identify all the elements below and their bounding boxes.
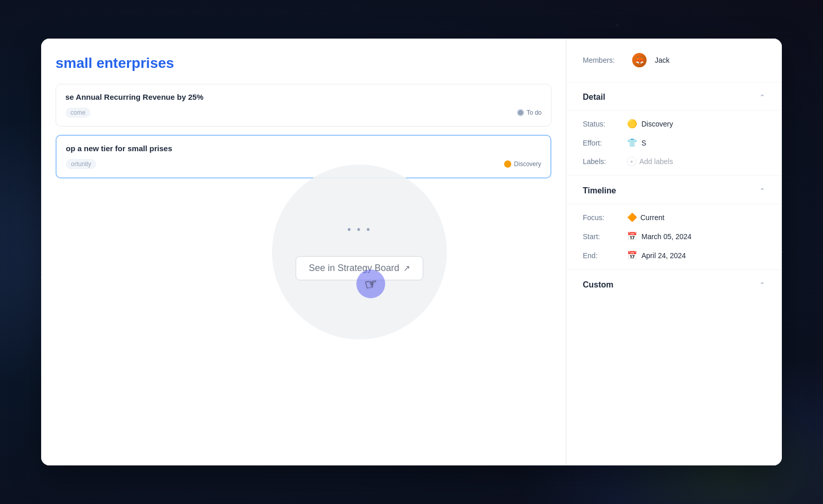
start-label: Start:: [583, 232, 619, 241]
focus-text: Current: [640, 213, 665, 222]
card-1[interactable]: se Annual Recurring Revenue by 25% come …: [56, 84, 551, 127]
end-label: End:: [583, 251, 619, 260]
card-2-footer: ortunity Discovery: [66, 159, 541, 169]
status-icon: 🟡: [627, 119, 637, 129]
circle-overlay: • • • See in Strategy Board ↗ ☞: [272, 165, 447, 339]
arrow-icon: ↗: [403, 263, 410, 273]
card-1-status-label: To do: [527, 109, 542, 116]
members-label: Members:: [583, 56, 624, 64]
status-label: Status:: [583, 120, 619, 128]
card-2[interactable]: op a new tier for small prises ortunity …: [56, 135, 551, 178]
start-value[interactable]: 📅 March 05, 2024: [627, 231, 691, 241]
focus-value[interactable]: 🔶 Current: [627, 212, 665, 222]
left-panel: small enterprises se Annual Recurring Re…: [41, 39, 566, 465]
status-row: Status: 🟡 Discovery: [583, 119, 765, 129]
circle-dots: • • •: [347, 224, 371, 236]
effort-icon: 👕: [627, 138, 637, 148]
status-value[interactable]: 🟡 Discovery: [627, 119, 673, 129]
labels-row: Labels: + Add labels: [583, 157, 765, 166]
status-text: Discovery: [641, 120, 673, 128]
custom-section-title: Custom: [583, 280, 614, 290]
avatar: 🦊: [632, 53, 647, 67]
card-2-title: op a new tier for small prises: [66, 144, 541, 153]
end-row: End: 📅 April 24, 2024: [583, 250, 765, 260]
effort-value[interactable]: 👕 S: [627, 138, 646, 148]
detail-section-title: Detail: [583, 93, 605, 102]
status-dot-yellow: [504, 160, 511, 168]
member-emoji: 🦊: [635, 56, 644, 64]
members-row: Members: 🦊 Jack: [583, 53, 765, 67]
focus-icon: 🔶: [627, 212, 637, 222]
effort-row: Effort: 👕 S: [583, 138, 765, 148]
card-2-status-label: Discovery: [514, 160, 541, 168]
focus-row: Focus: 🔶 Current: [583, 212, 765, 222]
start-date: March 05, 2024: [641, 232, 691, 241]
strategy-btn-label: See in Strategy Board: [309, 263, 399, 274]
end-date: April 24, 2024: [641, 251, 686, 260]
detail-chevron-icon[interactable]: ⌃: [759, 93, 765, 101]
cards-area: se Annual Recurring Revenue by 25% come …: [56, 84, 551, 178]
timeline-chevron-icon[interactable]: ⌃: [759, 187, 765, 195]
modal: small enterprises se Annual Recurring Re…: [41, 39, 782, 465]
custom-section-header: Custom ⌃: [583, 270, 765, 292]
see-in-strategy-board-button[interactable]: See in Strategy Board ↗: [296, 256, 423, 280]
start-calendar-icon: 📅: [627, 231, 637, 241]
right-panel: Members: 🦊 Jack Detail ⌃ Status: 🟡 Disco…: [566, 39, 782, 465]
add-labels-icon: +: [627, 157, 636, 166]
card-1-status: To do: [517, 109, 542, 116]
focus-label: Focus:: [583, 213, 619, 222]
start-row: Start: 📅 March 05, 2024: [583, 231, 765, 241]
detail-section-header: Detail ⌃: [583, 82, 765, 110]
card-1-title: se Annual Recurring Revenue by 25%: [65, 93, 542, 101]
card-2-tag: ortunity: [66, 159, 96, 169]
timeline-section-header: Timeline ⌃: [583, 176, 765, 204]
add-labels-text: Add labels: [639, 157, 673, 166]
effort-text: S: [641, 139, 646, 147]
card-1-tag: come: [65, 107, 91, 118]
labels-label: Labels:: [583, 157, 619, 166]
custom-chevron-icon[interactable]: ⌃: [759, 281, 765, 289]
divider-4: [566, 204, 782, 204]
effort-label: Effort:: [583, 139, 619, 147]
card-2-status: Discovery: [504, 160, 541, 168]
card-1-footer: come To do: [65, 107, 542, 118]
end-value[interactable]: 📅 April 24, 2024: [627, 250, 686, 260]
timeline-section-title: Timeline: [583, 186, 616, 195]
page-title: small enterprises: [56, 55, 551, 71]
end-calendar-icon: 📅: [627, 250, 637, 260]
member-name: Jack: [655, 56, 670, 64]
add-labels-button[interactable]: + Add labels: [627, 157, 673, 166]
status-dot-gray: [517, 109, 524, 116]
divider-2: [566, 110, 782, 111]
